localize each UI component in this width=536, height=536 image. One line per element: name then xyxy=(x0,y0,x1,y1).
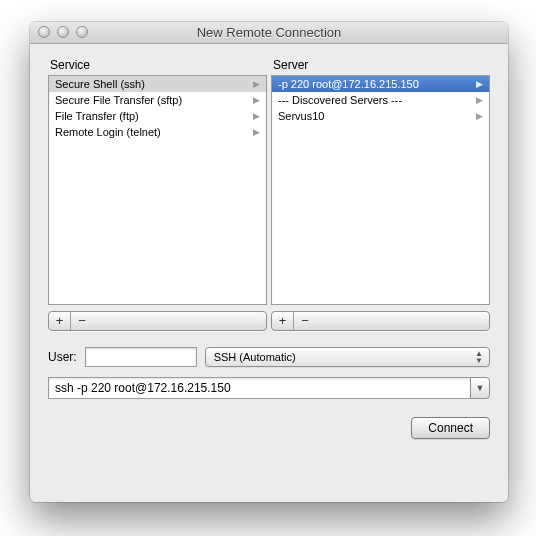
chevron-right-icon: ▶ xyxy=(253,127,260,137)
titlebar: New Remote Connection xyxy=(30,22,508,44)
service-item-sftp[interactable]: Secure File Transfer (sftp) ▶ xyxy=(49,92,266,108)
add-service-button[interactable]: + xyxy=(49,312,71,330)
window-controls xyxy=(38,26,88,38)
server-add-remove: + − xyxy=(271,311,490,331)
list-item-label: File Transfer (ftp) xyxy=(55,110,139,122)
list-item-label: Servus10 xyxy=(278,110,324,122)
auth-popup[interactable]: SSH (Automatic) ▲▼ xyxy=(205,347,490,367)
service-add-remove: + − xyxy=(48,311,267,331)
service-item-ftp[interactable]: File Transfer (ftp) ▶ xyxy=(49,108,266,124)
chevron-right-icon: ▶ xyxy=(476,95,483,105)
service-label: Service xyxy=(48,58,267,72)
remove-service-button[interactable]: − xyxy=(71,312,93,330)
command-dropdown-button[interactable]: ▼ xyxy=(470,377,490,399)
list-item-label: Secure File Transfer (sftp) xyxy=(55,94,182,106)
service-item-ssh[interactable]: Secure Shell (ssh) ▶ xyxy=(49,76,266,92)
connect-button[interactable]: Connect xyxy=(411,417,490,439)
add-server-button[interactable]: + xyxy=(272,312,294,330)
updown-icon: ▲▼ xyxy=(475,350,483,364)
chevron-right-icon: ▶ xyxy=(253,79,260,89)
chevron-right-icon: ▶ xyxy=(253,111,260,121)
server-item-selected[interactable]: -p 220 root@172.16.215.150 ▶ xyxy=(272,76,489,92)
server-item-servus10[interactable]: Servus10 ▶ xyxy=(272,108,489,124)
chevron-right-icon: ▶ xyxy=(476,111,483,121)
zoom-icon[interactable] xyxy=(76,26,88,38)
list-item-label: Secure Shell (ssh) xyxy=(55,78,145,90)
service-item-telnet[interactable]: Remote Login (telnet) ▶ xyxy=(49,124,266,140)
remove-server-button[interactable]: − xyxy=(294,312,316,330)
window: New Remote Connection Service Secure She… xyxy=(30,22,508,502)
list-item-label: -p 220 root@172.16.215.150 xyxy=(278,78,419,90)
command-field[interactable] xyxy=(48,377,470,399)
list-item-label: Remote Login (telnet) xyxy=(55,126,161,138)
chevron-down-icon: ▼ xyxy=(476,383,485,393)
list-item-label: --- Discovered Servers --- xyxy=(278,94,402,106)
server-list[interactable]: -p 220 root@172.16.215.150 ▶ --- Discove… xyxy=(271,75,490,305)
user-label: User: xyxy=(48,350,77,364)
server-label: Server xyxy=(271,58,490,72)
close-icon[interactable] xyxy=(38,26,50,38)
auth-popup-value: SSH (Automatic) xyxy=(214,351,296,363)
minimize-icon[interactable] xyxy=(57,26,69,38)
service-list[interactable]: Secure Shell (ssh) ▶ Secure File Transfe… xyxy=(48,75,267,305)
server-item-discovered-header[interactable]: --- Discovered Servers --- ▶ xyxy=(272,92,489,108)
user-field[interactable] xyxy=(85,347,197,367)
chevron-right-icon: ▶ xyxy=(253,95,260,105)
chevron-right-icon: ▶ xyxy=(476,79,483,89)
window-title: New Remote Connection xyxy=(30,22,508,44)
